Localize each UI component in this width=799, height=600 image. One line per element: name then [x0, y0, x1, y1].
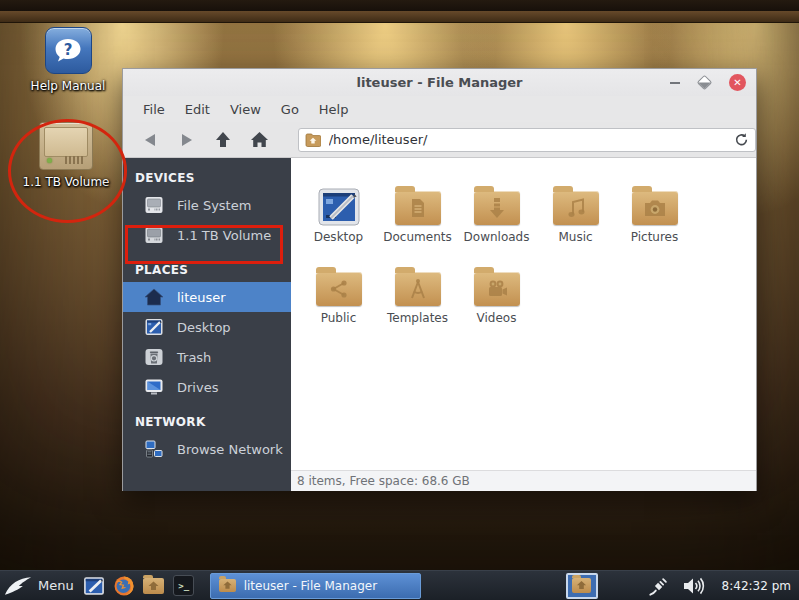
sidebar-item-label: Browse Network: [177, 442, 283, 457]
menu-edit[interactable]: Edit: [175, 96, 220, 122]
sidebar-item-label: File System: [177, 198, 251, 213]
window-titlebar[interactable]: liteuser - File Manager ✕: [123, 69, 756, 96]
folder-icon: [572, 578, 591, 593]
menu-go[interactable]: Go: [271, 96, 309, 122]
sidebar-item-drives[interactable]: Drives: [123, 372, 291, 402]
menu-file[interactable]: File: [133, 96, 175, 122]
file-item-downloads[interactable]: Downloads: [457, 178, 536, 259]
maximize-button[interactable]: [697, 75, 713, 91]
up-button[interactable]: [212, 128, 234, 152]
drive-icon: [144, 226, 164, 244]
desktop: ? Help Manual 1.1 TB Volume liteuser - F…: [0, 0, 799, 600]
svg-text:?: ?: [64, 40, 73, 58]
desktop-screen-icon: [318, 178, 360, 226]
taskbar-window-button[interactable]: liteuser - File Manager: [210, 573, 421, 599]
menu-view[interactable]: View: [220, 96, 271, 122]
desktop-icon-label: Help Manual: [31, 79, 106, 93]
sidebar-item-label: Desktop: [177, 320, 231, 335]
back-button[interactable]: [139, 128, 161, 152]
sidebar-item-file-system[interactable]: File System: [123, 190, 291, 220]
wallpaper-wood-band: [0, 11, 799, 23]
sidebar-header-network: NETWORK: [123, 402, 291, 434]
clock[interactable]: 8:42:32 pm: [722, 579, 791, 593]
display-settings-launcher[interactable]: [82, 574, 106, 598]
sidebar-item-browse-network[interactable]: Browse Network: [123, 434, 291, 464]
tray-active-window-icon[interactable]: [566, 573, 598, 599]
desktop-icon-help-manual[interactable]: ? Help Manual: [13, 27, 123, 93]
desktop-icon-volume[interactable]: 1.1 TB Volume: [11, 122, 121, 189]
folder-document-icon: [395, 191, 441, 225]
taskbar: Menu >_: [0, 570, 799, 600]
file-item-desktop[interactable]: Desktop: [299, 178, 378, 259]
firefox-launcher[interactable]: [112, 574, 136, 598]
file-item-label: Pictures: [631, 230, 679, 244]
folder-download-icon: [474, 191, 520, 225]
linux-lite-feather-icon: [4, 575, 32, 597]
file-item-pictures[interactable]: Pictures: [615, 178, 694, 259]
menu-button[interactable]: Menu: [0, 571, 82, 600]
folder-film-camera-icon: [474, 272, 520, 306]
file-view[interactable]: Desktop Documents Downloads: [291, 158, 756, 470]
desktop-screen-icon: [144, 318, 164, 336]
sidebar-item-label: Drives: [177, 380, 218, 395]
firefox-icon: [113, 575, 135, 597]
display-settings-icon: [83, 575, 105, 597]
file-item-label: Videos: [477, 311, 517, 325]
window-title: liteuser - File Manager: [356, 75, 522, 90]
file-manager-launcher[interactable]: [142, 574, 166, 598]
file-item-label: Public: [321, 311, 357, 325]
home-icon: [144, 288, 164, 306]
path-input[interactable]: [327, 131, 734, 148]
sidebar-item-label: 1.1 TB Volume: [177, 228, 271, 243]
network-computers-icon: [144, 440, 164, 459]
toolbar: [123, 122, 756, 158]
terminal-launcher[interactable]: >_: [172, 574, 196, 598]
sidebar: DEVICES File System: [123, 158, 291, 491]
sidebar-header-devices: DEVICES: [123, 158, 291, 190]
file-item-label: Documents: [383, 230, 451, 244]
folder-icon: [219, 579, 236, 592]
path-folder-icon: [305, 133, 321, 147]
sidebar-item-trash[interactable]: Trash: [123, 342, 291, 372]
volume-speaker-icon[interactable]: [682, 575, 706, 597]
status-text: 8 items, Free space: 68.6 GB: [297, 474, 470, 488]
file-item-public[interactable]: Public: [299, 259, 378, 340]
sidebar-item-label: liteuser: [177, 290, 226, 305]
minimize-button[interactable]: [670, 82, 680, 84]
folder-music-note-icon: [553, 191, 599, 225]
help-bubble-icon: ?: [45, 27, 92, 74]
hard-drive-icon: [39, 122, 93, 170]
trash-icon: [144, 348, 164, 366]
folder-compass-icon: [395, 272, 441, 306]
path-bar[interactable]: [298, 128, 756, 152]
power-plug-icon[interactable]: [648, 575, 670, 597]
menubar: File Edit View Go Help: [123, 96, 756, 122]
sidebar-header-places: PLACES: [123, 250, 291, 282]
sidebar-item-volume[interactable]: 1.1 TB Volume: [123, 220, 291, 250]
wallpaper-top-strip: [0, 0, 799, 11]
home-button[interactable]: [249, 128, 271, 152]
close-button[interactable]: ✕: [729, 74, 746, 91]
file-manager-window: liteuser - File Manager ✕ File Edit View…: [122, 68, 757, 491]
file-item-label: Desktop: [314, 230, 364, 244]
file-item-templates[interactable]: Templates: [378, 259, 457, 340]
file-item-documents[interactable]: Documents: [378, 178, 457, 259]
reload-icon[interactable]: [734, 132, 749, 147]
statusbar: 8 items, Free space: 68.6 GB: [291, 470, 756, 491]
sidebar-item-liteuser[interactable]: liteuser: [123, 282, 291, 312]
menu-button-label: Menu: [38, 578, 74, 593]
desktop-icon-label: 1.1 TB Volume: [23, 175, 110, 189]
folder-camera-icon: [632, 191, 678, 225]
monitor-icon: [144, 378, 164, 396]
terminal-icon: >_: [173, 575, 194, 596]
forward-button[interactable]: [176, 128, 198, 152]
file-item-videos[interactable]: Videos: [457, 259, 536, 340]
folder-share-icon: [316, 272, 362, 306]
drive-icon: [144, 196, 164, 214]
file-item-label: Templates: [387, 311, 448, 325]
menu-help[interactable]: Help: [309, 96, 359, 122]
file-item-label: Downloads: [464, 230, 530, 244]
sidebar-item-desktop[interactable]: Desktop: [123, 312, 291, 342]
file-item-music[interactable]: Music: [536, 178, 615, 259]
folder-icon: [143, 578, 164, 594]
